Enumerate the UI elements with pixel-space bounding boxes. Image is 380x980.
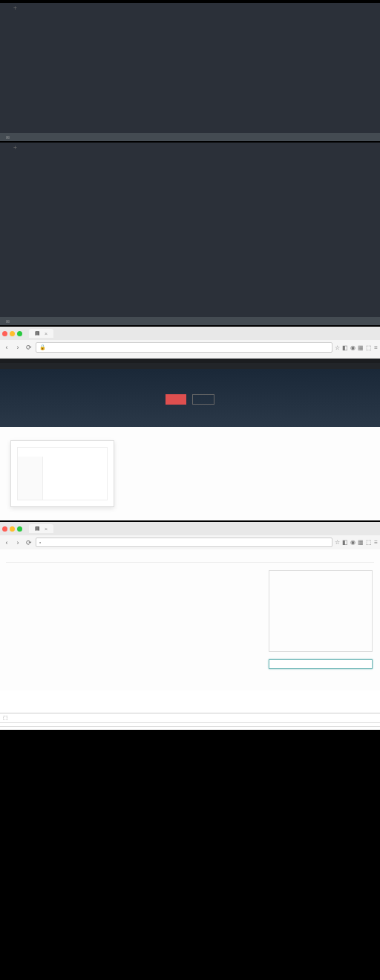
- lock-icon: 🔒: [39, 344, 46, 350]
- browser-tab[interactable]: ▤ ×: [29, 329, 53, 338]
- timestamp: [0, 325, 380, 327]
- code-body[interactable]: [0, 152, 380, 316]
- tab-separator: +: [12, 4, 19, 11]
- tab-game-html[interactable]: [3, 7, 12, 10]
- tutorial-button[interactable]: [192, 394, 214, 405]
- hero-section: [0, 369, 380, 427]
- minimize-window-icon[interactable]: [10, 526, 15, 532]
- editor-tabs: +: [0, 143, 380, 152]
- chat-input[interactable]: [269, 659, 373, 669]
- hero-buttons: [7, 394, 373, 405]
- url-input[interactable]: ▫: [36, 538, 332, 547]
- window-marker: ☒: [6, 318, 10, 324]
- back-button[interactable]: ‹: [2, 343, 11, 352]
- page-icon: ▫: [39, 540, 41, 545]
- game-info-box: [269, 570, 373, 652]
- chess-main: [125, 570, 258, 677]
- chess-board-wrap: [7, 570, 114, 677]
- chess-nav: [6, 555, 374, 563]
- spacer: [0, 690, 380, 713]
- inspect-icon[interactable]: ⬚: [3, 715, 8, 721]
- code-body[interactable]: [0, 13, 380, 131]
- maximize-window-icon[interactable]: [17, 526, 22, 532]
- ext-icon[interactable]: ☆: [335, 539, 340, 546]
- browser-chess: ▤ × ‹ › ⟳ ▫ ☆ ◧ ◉ ▦ ⬚ ≡: [0, 522, 380, 731]
- extension-icons: ☆ ◧ ◉ ▦ ⬚ ≡: [335, 344, 378, 351]
- tmux-status: ☒: [0, 133, 380, 141]
- guide-section: [0, 427, 380, 520]
- maximize-window-icon[interactable]: [17, 331, 22, 336]
- ext-icon[interactable]: ⬚: [366, 539, 372, 546]
- chess-board[interactable]: [7, 570, 114, 677]
- ext-icon[interactable]: ◧: [342, 539, 348, 546]
- tab-close-icon[interactable]: ×: [45, 331, 48, 336]
- timestamp: [0, 730, 380, 731]
- tab-game-js[interactable]: [19, 146, 27, 149]
- tmux-status: ☒: [0, 317, 380, 325]
- editor-pane-2: + ☒: [0, 143, 380, 327]
- devtools-tabs: ⬚: [0, 713, 380, 723]
- tab-close-icon[interactable]: ×: [45, 526, 48, 532]
- close-window-icon[interactable]: [2, 331, 7, 336]
- ext-icon[interactable]: ☆: [335, 344, 340, 351]
- chess-body: [6, 563, 374, 685]
- install-button[interactable]: [166, 394, 186, 405]
- guide-screenshot: [10, 440, 114, 507]
- guide-content: [126, 471, 370, 476]
- reload-button[interactable]: ⟳: [24, 538, 33, 547]
- tab-separator: +: [12, 144, 19, 151]
- browser-meteor: ▤ × ‹ › ⟳ 🔒 ☆ ◧ ◉ ▦ ⬚ ≡: [0, 327, 380, 522]
- back-button[interactable]: ‹: [2, 538, 11, 547]
- window-controls: ▤ ×: [0, 327, 380, 340]
- window-controls: ▤ ×: [0, 522, 380, 535]
- address-bar: ‹ › ⟳ 🔒 ☆ ◧ ◉ ▦ ⬚ ≡: [0, 340, 380, 355]
- extension-icons: ☆ ◧ ◉ ▦ ⬚ ≡: [335, 539, 378, 546]
- ext-icon[interactable]: ▦: [358, 539, 364, 546]
- url-input[interactable]: 🔒: [36, 342, 332, 353]
- tab-favicon: ▤: [35, 330, 40, 336]
- tab-favicon: ▤: [35, 526, 40, 532]
- ext-icon[interactable]: ◧: [342, 344, 348, 351]
- minimize-window-icon[interactable]: [10, 331, 15, 336]
- ext-icon[interactable]: ◉: [350, 539, 356, 546]
- menu-icon[interactable]: ≡: [374, 344, 378, 351]
- close-window-icon[interactable]: [2, 526, 7, 532]
- chess-app: [0, 549, 380, 690]
- tab-game-html[interactable]: [3, 146, 12, 149]
- meteor-header: [0, 363, 380, 369]
- ext-icon[interactable]: ◉: [350, 344, 356, 351]
- editor-pane-1: + ☒: [0, 3, 380, 143]
- ext-icon[interactable]: ▦: [358, 344, 364, 351]
- reload-button[interactable]: ⟳: [24, 343, 33, 352]
- ext-icon[interactable]: ⬚: [366, 344, 372, 351]
- menu-icon[interactable]: ≡: [374, 539, 378, 546]
- forward-button[interactable]: ›: [13, 538, 22, 547]
- devtools: ⬚: [0, 713, 380, 730]
- editor-tabs: +: [0, 3, 380, 13]
- browser-tab[interactable]: ▤ ×: [29, 524, 53, 533]
- forward-button[interactable]: ›: [13, 343, 22, 352]
- address-bar: ‹ › ⟳ ▫ ☆ ◧ ◉ ▦ ⬚ ≡: [0, 535, 380, 549]
- chess-side: [269, 570, 373, 677]
- window-marker: ☒: [6, 134, 10, 140]
- tab-game-js[interactable]: [19, 7, 27, 10]
